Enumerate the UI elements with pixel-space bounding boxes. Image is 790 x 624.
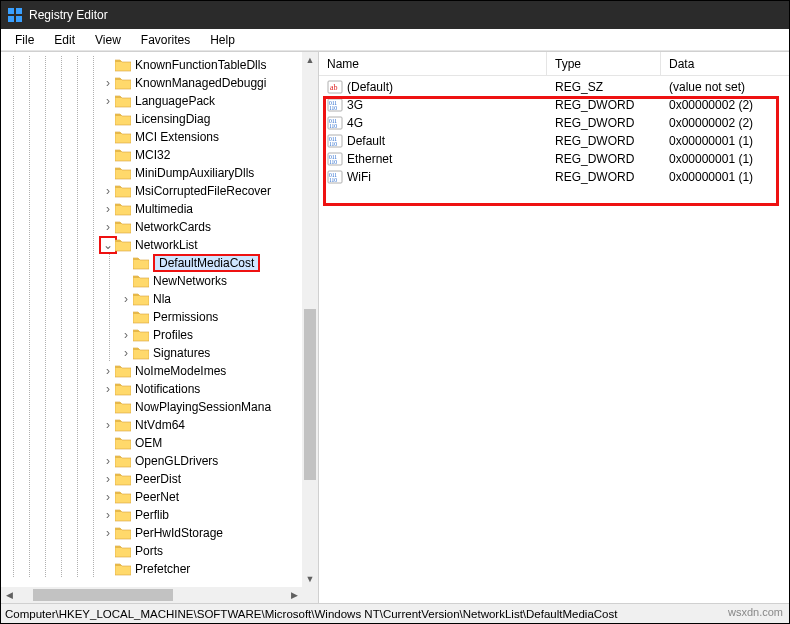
menu-view[interactable]: View	[85, 31, 131, 49]
value-data: 0x00000001 (1)	[661, 170, 789, 184]
expand-icon[interactable]: ›	[101, 185, 115, 197]
value-data: 0x00000002 (2)	[661, 98, 789, 112]
tree-item[interactable]: KnownFunctionTableDlls	[1, 56, 302, 74]
expand-icon[interactable]: ›	[101, 527, 115, 539]
expand-icon[interactable]: ›	[101, 419, 115, 431]
expand-icon[interactable]: ›	[101, 509, 115, 521]
tree-item[interactable]: ›Multimedia	[1, 200, 302, 218]
tree-item[interactable]: DefaultMediaCost	[1, 254, 302, 272]
tree-item[interactable]: MCI32	[1, 146, 302, 164]
expand-icon[interactable]: ›	[101, 95, 115, 107]
tree-item[interactable]: Prefetcher	[1, 560, 302, 578]
tree-item[interactable]: LicensingDiag	[1, 110, 302, 128]
scroll-left-icon[interactable]: ◀	[1, 587, 17, 603]
folder-icon	[133, 292, 149, 306]
collapse-icon[interactable]: ⌄	[101, 239, 115, 251]
tree-item[interactable]: ›PerHwIdStorage	[1, 524, 302, 542]
tree-item[interactable]: Permissions	[1, 308, 302, 326]
tree-item[interactable]: ›KnownManagedDebuggi	[1, 74, 302, 92]
menu-favorites[interactable]: Favorites	[131, 31, 200, 49]
tree-item[interactable]: ›NtVdm64	[1, 416, 302, 434]
values-pane: Name Type Data ab(Default)REG_SZ(value n…	[319, 52, 789, 603]
svg-rect-2	[8, 16, 14, 22]
tree-item-label: Perflib	[135, 508, 175, 522]
folder-icon	[115, 220, 131, 234]
tree-item[interactable]: ›PeerDist	[1, 470, 302, 488]
tree-item-label: Permissions	[153, 310, 224, 324]
folder-icon	[115, 112, 131, 126]
scroll-down-icon[interactable]: ▼	[302, 571, 318, 587]
list-row[interactable]: 011110DefaultREG_DWORD0x00000001 (1)	[319, 132, 789, 150]
scroll-right-icon[interactable]: ▶	[286, 587, 302, 603]
tree-item[interactable]: ›LanguagePack	[1, 92, 302, 110]
value-type: REG_DWORD	[547, 152, 661, 166]
tree-item-label: Prefetcher	[135, 562, 196, 576]
tree-item[interactable]: ›Profiles	[1, 326, 302, 344]
expand-icon[interactable]: ›	[119, 293, 133, 305]
folder-icon	[133, 274, 149, 288]
tree-item[interactable]: ›PeerNet	[1, 488, 302, 506]
expand-icon[interactable]: ›	[119, 329, 133, 341]
folder-icon	[115, 94, 131, 108]
tree-item-label: MCI32	[135, 148, 176, 162]
tree-item[interactable]: ›OpenGLDrivers	[1, 452, 302, 470]
col-header-type[interactable]: Type	[547, 52, 661, 75]
list-row[interactable]: 011110WiFiREG_DWORD0x00000001 (1)	[319, 168, 789, 186]
menu-help[interactable]: Help	[200, 31, 245, 49]
tree-item[interactable]: MiniDumpAuxiliaryDlls	[1, 164, 302, 182]
tree-hscrollbar[interactable]: ◀ ▶	[1, 587, 302, 603]
folder-icon	[133, 328, 149, 342]
tree-item-label: DefaultMediaCost	[153, 254, 260, 272]
tree-item[interactable]: ›NetworkCards	[1, 218, 302, 236]
expand-icon[interactable]: ›	[101, 203, 115, 215]
expand-icon[interactable]: ›	[101, 491, 115, 503]
col-header-data[interactable]: Data	[661, 52, 789, 75]
reg-dword-icon: 011110	[327, 151, 343, 167]
menu-bar: File Edit View Favorites Help	[1, 29, 789, 51]
expand-icon[interactable]: ›	[101, 221, 115, 233]
tree-item-label: PeerDist	[135, 472, 187, 486]
tree-vscrollbar[interactable]: ▲ ▼	[302, 52, 318, 587]
tree-item[interactable]: ›Notifications	[1, 380, 302, 398]
value-data: (value not set)	[661, 80, 789, 94]
folder-icon	[115, 184, 131, 198]
tree-item[interactable]: OEM	[1, 434, 302, 452]
tree-item[interactable]: ›Perflib	[1, 506, 302, 524]
list-row[interactable]: 0111104GREG_DWORD0x00000002 (2)	[319, 114, 789, 132]
list-row[interactable]: ab(Default)REG_SZ(value not set)	[319, 78, 789, 96]
expand-icon[interactable]: ›	[101, 77, 115, 89]
tree-item-label: NetworkList	[135, 238, 204, 252]
folder-icon	[133, 256, 149, 270]
tree-item-label: Notifications	[135, 382, 206, 396]
list-row[interactable]: 0111103GREG_DWORD0x00000002 (2)	[319, 96, 789, 114]
svg-text:110: 110	[329, 177, 337, 183]
menu-file[interactable]: File	[5, 31, 44, 49]
tree-item[interactable]: ›NoImeModeImes	[1, 362, 302, 380]
expand-icon[interactable]: ›	[101, 473, 115, 485]
tree-item-label: Nla	[153, 292, 177, 306]
list-header: Name Type Data	[319, 52, 789, 76]
list-row[interactable]: 011110EthernetREG_DWORD0x00000001 (1)	[319, 150, 789, 168]
scroll-thumb[interactable]	[33, 589, 173, 601]
expand-icon[interactable]: ›	[101, 383, 115, 395]
scroll-up-icon[interactable]: ▲	[302, 52, 318, 68]
tree-pane: KnownFunctionTableDlls›KnownManagedDebug…	[1, 52, 319, 603]
tree-item[interactable]: NewNetworks	[1, 272, 302, 290]
tree-item-label: MiniDumpAuxiliaryDlls	[135, 166, 260, 180]
tree-item[interactable]: ›MsiCorruptedFileRecover	[1, 182, 302, 200]
folder-icon	[115, 76, 131, 90]
title-bar: Registry Editor	[1, 1, 789, 29]
expand-icon[interactable]: ›	[119, 347, 133, 359]
tree-item[interactable]: Ports	[1, 542, 302, 560]
tree-item[interactable]: ⌄NetworkList	[1, 236, 302, 254]
tree-item[interactable]: ›Nla	[1, 290, 302, 308]
tree-item[interactable]: MCI Extensions	[1, 128, 302, 146]
expand-icon[interactable]: ›	[101, 455, 115, 467]
col-header-name[interactable]: Name	[319, 52, 547, 75]
app-icon	[7, 7, 23, 23]
expand-icon[interactable]: ›	[101, 365, 115, 377]
tree-item[interactable]: NowPlayingSessionMana	[1, 398, 302, 416]
scroll-thumb[interactable]	[304, 309, 316, 480]
tree-item[interactable]: ›Signatures	[1, 344, 302, 362]
menu-edit[interactable]: Edit	[44, 31, 85, 49]
